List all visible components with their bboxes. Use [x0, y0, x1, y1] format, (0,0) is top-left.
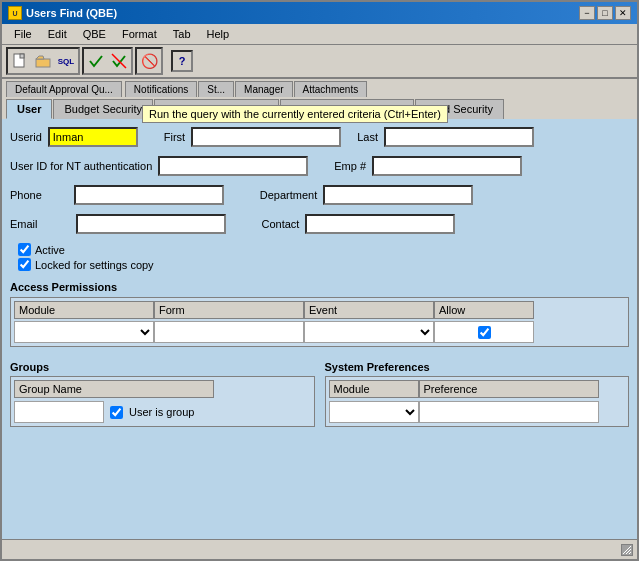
groups-title: Groups: [10, 361, 315, 373]
close-button[interactable]: ✕: [615, 6, 631, 20]
title-bar: U Users Find (QBE) − □ ✕: [2, 2, 637, 24]
access-permissions-section: Access Permissions Module Form Event All…: [10, 277, 629, 347]
ap-event-header: Event: [304, 301, 434, 319]
syspref-preference-input[interactable]: [420, 402, 598, 422]
ap-allow-checkbox[interactable]: [478, 326, 491, 339]
inner-tab-budget-security[interactable]: Budget Security: [53, 99, 153, 119]
outer-tab-st[interactable]: St...: [198, 81, 234, 97]
toolbar-help-btn[interactable]: ?: [171, 50, 193, 72]
bottom-section: Groups Group Name User is group: [10, 357, 629, 427]
user-is-group-checkbox[interactable]: [110, 406, 123, 419]
user-is-group-label: User is group: [129, 406, 194, 418]
group-name-input[interactable]: [15, 402, 103, 422]
userid-label: Userid: [10, 131, 42, 143]
resize-grip: [621, 544, 633, 556]
system-preferences-section: System Preferences Module Preference: [325, 357, 630, 427]
locked-label: Locked for settings copy: [35, 259, 154, 271]
toolbar-check1-btn[interactable]: [85, 50, 107, 72]
ap-form-input[interactable]: [155, 322, 303, 342]
menu-qbe[interactable]: QBE: [75, 26, 114, 42]
ap-allow-header: Allow: [434, 301, 534, 319]
syspref-data-row: [329, 401, 626, 423]
nt-auth-input[interactable]: [158, 156, 308, 176]
syspref-table: Module Preference: [325, 376, 630, 427]
menu-file[interactable]: File: [6, 26, 40, 42]
locked-row: Locked for settings copy: [18, 258, 629, 271]
groups-data-row: User is group: [14, 401, 311, 423]
ap-module-select[interactable]: [15, 322, 153, 342]
groups-section: Groups Group Name User is group: [10, 357, 315, 427]
svg-rect-1: [20, 54, 24, 58]
ap-header-row: Module Form Event Allow: [14, 301, 625, 319]
menu-help[interactable]: Help: [199, 26, 238, 42]
menu-edit[interactable]: Edit: [40, 26, 75, 42]
checkboxes-section: Active Locked for settings copy: [10, 243, 629, 271]
toolbar-group-3: 🚫: [135, 47, 163, 75]
last-label: Last: [357, 131, 378, 143]
tooltip-bar: Run the query with the currently entered…: [142, 105, 448, 123]
locked-checkbox[interactable]: [18, 258, 31, 271]
ap-form-cell[interactable]: [154, 321, 304, 343]
userid-input[interactable]: [48, 127, 138, 147]
syspref-module-select[interactable]: [330, 402, 418, 422]
email-input[interactable]: [76, 214, 226, 234]
menu-format[interactable]: Format: [114, 26, 165, 42]
first-input[interactable]: [191, 127, 341, 147]
svg-line-6: [629, 552, 631, 554]
syspref-preference-header: Preference: [419, 380, 599, 398]
toolbar-open-btn[interactable]: [32, 50, 54, 72]
last-input[interactable]: [384, 127, 534, 147]
window-title: Users Find (QBE): [26, 7, 117, 19]
toolbar-check2-btn[interactable]: [108, 50, 130, 72]
department-input[interactable]: [323, 185, 473, 205]
toolbar-separator: [165, 50, 169, 72]
menu-tab[interactable]: Tab: [165, 26, 199, 42]
groups-header-row: Group Name: [14, 380, 311, 398]
active-row: Active: [18, 243, 629, 256]
emp-label: Emp #: [334, 160, 366, 172]
syspref-module-cell: [329, 401, 419, 423]
toolbar-sql-btn[interactable]: SQL: [55, 50, 77, 72]
outer-tab-default-approval[interactable]: Default Approval Qu...: [6, 81, 122, 97]
emp-input[interactable]: [372, 156, 522, 176]
system-preferences-title: System Preferences: [325, 361, 630, 373]
minimize-button[interactable]: −: [579, 6, 595, 20]
contact-input[interactable]: [305, 214, 455, 234]
main-window: U Users Find (QBE) − □ ✕ File Edit QBE F…: [0, 0, 639, 561]
access-permissions-title: Access Permissions: [10, 281, 629, 293]
email-label: Email: [10, 218, 38, 230]
outer-tab-notifications[interactable]: Notifications: [125, 81, 197, 97]
toolbar-stop-btn[interactable]: 🚫: [138, 50, 160, 72]
toolbar-new-btn[interactable]: [9, 50, 31, 72]
ap-module-header: Module: [14, 301, 154, 319]
group-name-cell[interactable]: [14, 401, 104, 423]
maximize-button[interactable]: □: [597, 6, 613, 20]
groups-table: Group Name User is group: [10, 376, 315, 427]
toolbar-group-1: SQL: [6, 47, 80, 75]
title-bar-controls: − □ ✕: [579, 6, 631, 20]
ap-event-select[interactable]: [305, 322, 433, 342]
phone-input[interactable]: [74, 185, 224, 205]
toolbar-group-2: [82, 47, 133, 75]
inner-tab-user[interactable]: User: [6, 99, 52, 119]
userid-row: Userid First Last: [10, 127, 629, 147]
department-label: Department: [260, 189, 317, 201]
active-checkbox[interactable]: [18, 243, 31, 256]
title-bar-left: U Users Find (QBE): [8, 6, 117, 20]
outer-tabs: Default Approval Qu... Notifications St.…: [2, 81, 637, 97]
outer-tab-attachments[interactable]: Attachments: [294, 81, 368, 97]
syspref-preference-cell[interactable]: [419, 401, 599, 423]
ap-form-header: Form: [154, 301, 304, 319]
phone-label: Phone: [10, 189, 42, 201]
status-bar: [2, 539, 637, 559]
contact-label: Contact: [262, 218, 300, 230]
menu-bar: File Edit QBE Format Tab Help: [2, 24, 637, 45]
group-name-header: Group Name: [14, 380, 214, 398]
svg-rect-2: [36, 59, 50, 67]
access-permissions-table: Module Form Event Allow: [10, 297, 629, 347]
window-icon: U: [8, 6, 22, 20]
ap-event-cell: [304, 321, 434, 343]
first-label: First: [164, 131, 185, 143]
outer-tab-manager[interactable]: Manager: [235, 81, 292, 97]
window-icon-text: U: [12, 10, 17, 17]
